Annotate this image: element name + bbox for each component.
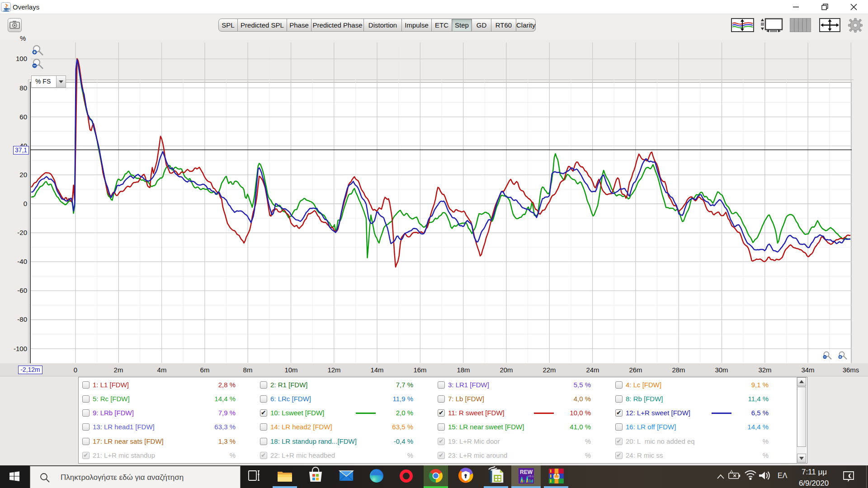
svg-text:V5.1: V5.1 [528,475,534,478]
svg-text:REW: REW [520,469,533,475]
